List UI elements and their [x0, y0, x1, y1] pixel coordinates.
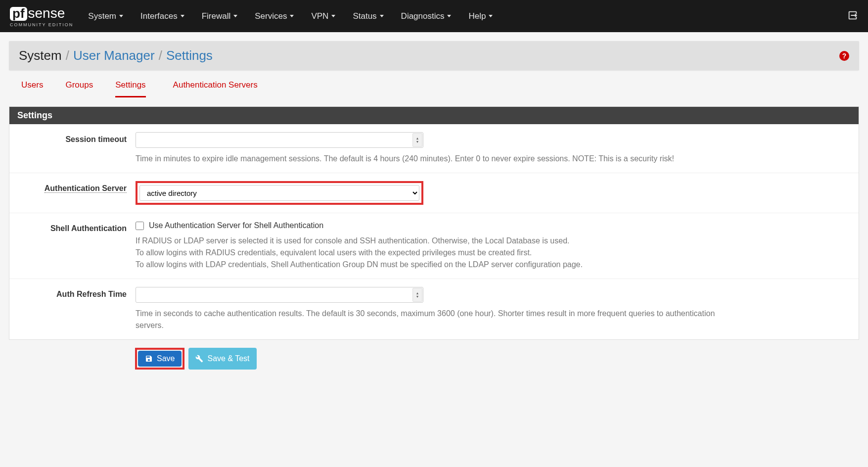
chevron-down-icon	[181, 15, 184, 17]
spinner-icon[interactable]: ▲▼	[412, 133, 422, 147]
row-shell-auth: Shell Authentication Use Authentication …	[9, 213, 859, 279]
shell-auth-checkbox-label[interactable]: Use Authentication Server for Shell Auth…	[149, 221, 323, 230]
row-session-timeout: Session timeout ▲▼ Time in minutes to ex…	[9, 124, 859, 173]
chevron-down-icon	[290, 15, 294, 17]
chevron-down-icon	[489, 15, 493, 17]
breadcrumb-sep: /	[66, 48, 69, 63]
session-timeout-input-wrap: ▲▼	[136, 132, 423, 148]
tab-auth-servers[interactable]: Authentication Servers	[173, 80, 258, 97]
logo-sub: COMMUNITY EDITION	[10, 22, 73, 27]
auth-refresh-input-wrap: ▲▼	[136, 287, 423, 303]
tab-settings[interactable]: Settings	[115, 80, 145, 97]
label-auth-server: Authentication Server	[19, 181, 136, 193]
tab-groups[interactable]: Groups	[65, 80, 93, 97]
save-icon	[145, 355, 153, 363]
help-auth-refresh: Time in seconds to cache authentication …	[136, 308, 729, 331]
chevron-down-icon	[331, 15, 335, 17]
nav-item-system[interactable]: System	[88, 11, 123, 21]
shell-auth-checkbox[interactable]	[136, 222, 144, 230]
tab-users[interactable]: Users	[21, 80, 43, 97]
row-auth-server: Authentication Server active directory	[9, 173, 859, 213]
nav-item-status[interactable]: Status	[353, 11, 383, 21]
nav-items: System Interfaces Firewall Services VPN …	[88, 11, 493, 21]
nav-item-interfaces[interactable]: Interfaces	[140, 11, 184, 21]
logo-box: pf	[10, 7, 27, 21]
session-timeout-input[interactable]	[136, 132, 423, 148]
auth-server-select[interactable]: active directory	[139, 185, 419, 201]
page-container: System / User Manager / Settings ? Users…	[0, 32, 868, 386]
navbar-left: pfsense COMMUNITY EDITION System Interfa…	[10, 5, 493, 27]
nav-item-diagnostics[interactable]: Diagnostics	[401, 11, 452, 21]
auth-refresh-input[interactable]	[136, 287, 423, 303]
help-session-timeout: Time in minutes to expire idle managemen…	[136, 153, 729, 165]
settings-panel: Settings Session timeout ▲▼ Time in minu…	[9, 106, 859, 340]
breadcrumb-user-manager[interactable]: User Manager	[73, 48, 155, 63]
nav-item-firewall[interactable]: Firewall	[202, 11, 238, 21]
logo-text: sense	[28, 5, 65, 21]
highlight-save: Save	[135, 348, 184, 370]
chevron-down-icon	[380, 15, 384, 17]
label-shell-auth: Shell Authentication	[19, 221, 136, 233]
top-navbar: pfsense COMMUNITY EDITION System Interfa…	[0, 0, 868, 32]
logo[interactable]: pfsense COMMUNITY EDITION	[10, 5, 73, 27]
wrench-icon	[195, 355, 203, 363]
label-auth-refresh: Auth Refresh Time	[19, 287, 136, 299]
logout-icon[interactable]	[847, 10, 858, 22]
panel-title: Settings	[9, 107, 859, 124]
tabs: Users Groups Settings Authentication Ser…	[9, 70, 859, 97]
nav-item-vpn[interactable]: VPN	[311, 11, 335, 21]
nav-item-services[interactable]: Services	[255, 11, 294, 21]
help-shell-auth: If RADIUS or LDAP server is selected it …	[136, 235, 729, 271]
save-button[interactable]: Save	[138, 351, 182, 367]
save-test-button[interactable]: Save & Test	[188, 348, 256, 370]
chevron-down-icon	[447, 15, 451, 17]
breadcrumb-root[interactable]: System	[19, 48, 62, 63]
label-session-timeout: Session timeout	[19, 132, 136, 144]
breadcrumb: System / User Manager / Settings	[19, 48, 213, 63]
breadcrumb-settings[interactable]: Settings	[166, 48, 213, 63]
chevron-down-icon	[119, 15, 123, 17]
breadcrumb-sep: /	[159, 48, 162, 63]
spinner-icon[interactable]: ▲▼	[412, 288, 422, 302]
buttons-row: Save Save & Test	[9, 340, 859, 377]
breadcrumb-bar: System / User Manager / Settings ?	[9, 41, 859, 70]
highlight-auth-server: active directory	[136, 181, 423, 205]
chevron-down-icon	[233, 15, 237, 17]
row-auth-refresh: Auth Refresh Time ▲▼ Time in seconds to …	[9, 279, 859, 339]
help-icon[interactable]: ?	[839, 51, 849, 61]
nav-item-help[interactable]: Help	[468, 11, 493, 21]
